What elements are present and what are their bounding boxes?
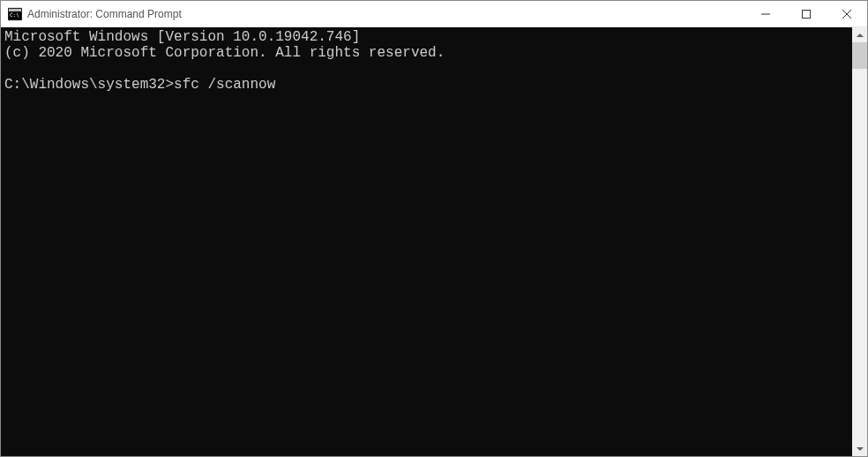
- blank-line: [4, 61, 849, 77]
- scroll-thumb[interactable]: [852, 42, 867, 69]
- titlebar-left: C:\ Administrator: Command Prompt: [8, 7, 182, 21]
- scroll-down-arrow[interactable]: [852, 441, 867, 456]
- version-line: Microsoft Windows [Version 10.0.19042.74…: [4, 29, 849, 45]
- titlebar[interactable]: C:\ Administrator: Command Prompt: [1, 1, 867, 27]
- window-title: Administrator: Command Prompt: [27, 8, 182, 20]
- chevron-down-icon: [857, 447, 864, 451]
- prompt-line: C:\Windows\system32>sfc /scannow: [4, 77, 849, 93]
- terminal-content[interactable]: Microsoft Windows [Version 10.0.19042.74…: [1, 27, 852, 456]
- prompt-path: C:\Windows\system32>: [4, 77, 174, 93]
- minimize-button[interactable]: [745, 1, 786, 26]
- cmd-icon: C:\: [8, 7, 22, 21]
- minimize-icon: [761, 10, 770, 19]
- svg-marker-7: [857, 34, 864, 37]
- terminal-area: Microsoft Windows [Version 10.0.19042.74…: [1, 27, 867, 456]
- maximize-icon: [802, 10, 811, 19]
- window-controls: [745, 1, 867, 26]
- close-button[interactable]: [827, 1, 867, 26]
- svg-rect-4: [803, 10, 811, 18]
- svg-marker-8: [857, 447, 864, 451]
- command-prompt-window: C:\ Administrator: Command Prompt: [0, 0, 868, 457]
- command-input[interactable]: sfc /scannow: [174, 77, 275, 93]
- scroll-up-arrow[interactable]: [852, 27, 867, 42]
- chevron-up-icon: [857, 34, 864, 37]
- svg-text:C:\: C:\: [10, 11, 19, 18]
- close-icon: [842, 10, 851, 19]
- maximize-button[interactable]: [786, 1, 827, 26]
- copyright-line: (c) 2020 Microsoft Corporation. All righ…: [4, 45, 849, 61]
- vertical-scrollbar[interactable]: [852, 27, 867, 456]
